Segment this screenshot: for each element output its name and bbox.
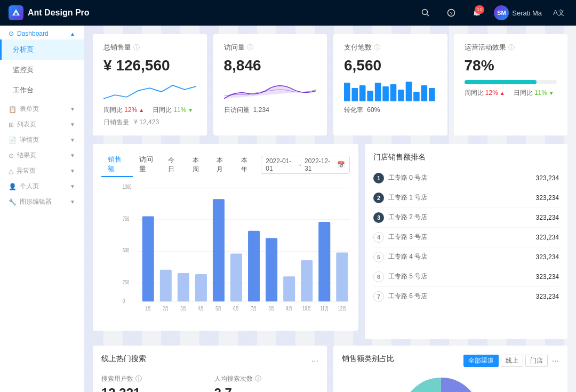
svg-rect-28 (142, 216, 154, 301)
search-button[interactable] (417, 4, 434, 21)
svg-rect-11 (382, 86, 389, 101)
svg-rect-39 (336, 252, 348, 301)
avg-count-info[interactable]: ⓘ (255, 374, 261, 383)
rank-name: 工专路 6 号店 (388, 292, 536, 301)
svg-text:250: 250 (123, 279, 129, 285)
svg-text:1月: 1月 (145, 305, 151, 311)
hot-search-header: 线上热门搜索 ··· (101, 354, 318, 368)
payments-info-icon[interactable]: ⓘ (374, 43, 380, 52)
tab-visits[interactable]: 访问量 (133, 153, 164, 177)
donut-chart: 销售额 45,734 (398, 374, 484, 392)
payments-value: 6,560 (344, 57, 437, 75)
rank-number: 7 (373, 291, 384, 302)
date-btn-today[interactable]: 今日 (164, 155, 184, 175)
rank-number: 2 (373, 193, 384, 203)
svg-rect-36 (283, 276, 295, 301)
notification-badge: 11 (475, 5, 484, 14)
sidebar-form-group[interactable]: 📋表单页 ▼ (0, 100, 84, 116)
rank-name: 工专路 1 号店 (388, 193, 536, 202)
sidebar-graph-group[interactable]: 🔧图形编辑器 ▼ (0, 193, 84, 209)
search-stats-row: 搜索用户数 ⓘ 12,321 17.1 (101, 374, 318, 392)
svg-rect-10 (375, 83, 381, 101)
svg-text:10月: 10月 (302, 305, 310, 311)
stat-card-visits: 访问量 ⓘ 8,846 日访问量 1,234 (213, 34, 327, 135)
svg-rect-17 (429, 88, 435, 101)
sidebar-result-group[interactable]: ⊙结果页 ▼ (0, 147, 84, 162)
chart-tabs: 销售额 访问量 (101, 153, 164, 177)
avatar: SM (494, 5, 509, 20)
stat-card-payments: 支付笔数 ⓘ 6,560 (333, 34, 447, 135)
sidebar-item-analysis[interactable]: 分析页 (0, 39, 84, 60)
svg-text:7月: 7月 (251, 305, 257, 311)
rank-name: 工专路 4 号店 (388, 252, 536, 261)
sales-sparkline (103, 80, 196, 101)
svg-rect-16 (421, 85, 428, 101)
sidebar-list-group[interactable]: ⊞列表页 ▼ (0, 116, 84, 131)
visits-value: 8,846 (224, 57, 317, 75)
svg-text:0: 0 (123, 298, 125, 305)
bar-chart-section: 销售额 访问量 今日 本周 本月 本年 2022-01-01 → 2022-12… (93, 144, 358, 331)
sidebar-item-workbench[interactable]: 工作台 (0, 80, 84, 100)
sidebar-exception-group[interactable]: △异常页 ▼ (0, 162, 84, 178)
language-button[interactable]: A文 (550, 4, 567, 21)
svg-text:6月: 6月 (233, 305, 239, 311)
svg-rect-14 (406, 82, 412, 101)
charts-row: 销售额 访问量 今日 本周 本月 本年 2022-01-01 → 2022-12… (93, 144, 567, 339)
sales-info-icon[interactable]: ⓘ (133, 43, 140, 52)
tab-sales[interactable]: 销售额 (101, 153, 133, 177)
svg-text:750: 750 (123, 215, 129, 222)
user-count-stat: 搜索用户数 ⓘ 12,321 17.1 (101, 374, 206, 392)
stat-card-operations: 运营活动效果 ⓘ 78% 周同比 12% 日同比 11% (454, 34, 568, 135)
svg-text:8月: 8月 (268, 305, 274, 311)
rank-name: 工专路 0 号店 (388, 173, 536, 182)
operations-info-icon[interactable]: ⓘ (508, 43, 515, 52)
date-btn-week[interactable]: 本周 (188, 155, 209, 175)
date-btn-month[interactable]: 本月 (212, 155, 233, 175)
rank-name: 工专路 2 号店 (388, 213, 536, 222)
rank-row: 2 工专路 1 号店 323,234 (373, 188, 559, 208)
svg-rect-35 (266, 238, 277, 301)
donut-more[interactable]: ··· (552, 356, 559, 366)
sidebar: ⊙ Dashboard ▲ 分析页 监控页 工作台 📋表单页 ▼ ⊞列表页 ▼ (0, 26, 84, 392)
logo-area: Ant Design Pro (9, 5, 93, 20)
payments-label: 支付笔数 ⓘ (344, 43, 437, 52)
user-menu[interactable]: SM Serati Ma (494, 5, 542, 20)
bottom-row: 线上热门搜索 ··· 搜索用户数 ⓘ 12,321 17.1 (93, 346, 567, 392)
rank-row: 7 工专路 6 号店 323,234 (373, 287, 559, 306)
collapse-icon: ▲ (70, 31, 75, 37)
svg-text:5月: 5月 (215, 305, 221, 311)
visits-footer: 日访问量 1,234 (224, 106, 317, 115)
svg-text:4月: 4月 (198, 305, 204, 311)
date-range-picker[interactable]: 2022-01-01 → 2022-12-31 📅 (261, 156, 350, 174)
filter-store[interactable]: 门店 (525, 355, 548, 367)
svg-text:12月: 12月 (338, 305, 346, 311)
question-button[interactable]: ? (443, 4, 460, 21)
sidebar-detail-group[interactable]: 📄详情页 ▼ (0, 131, 84, 147)
svg-text:11月: 11月 (321, 305, 329, 311)
sales-value: ¥ 126,560 (103, 57, 196, 75)
rank-number: 6 (373, 271, 384, 282)
svg-text:9月: 9月 (286, 305, 292, 311)
rank-value: 323,234 (536, 234, 559, 241)
rank-name: 工专路 3 号店 (388, 233, 536, 242)
svg-rect-7 (351, 88, 358, 101)
svg-rect-9 (367, 91, 373, 101)
stats-row: 总销售量 ⓘ ¥ 126,560 周同比 12% 日同比 11% 日销售量 ¥ … (93, 34, 567, 135)
filter-online[interactable]: 线上 (501, 355, 523, 367)
sidebar-profile-group[interactable]: 👤个人页 ▼ (0, 178, 84, 193)
avg-count-value: 2.7 (214, 386, 232, 392)
notification-button[interactable]: 11 (468, 4, 485, 21)
donut-section-header: 销售额类别占比 全部渠道 线上 门店 ··· (342, 354, 559, 368)
svg-rect-31 (195, 274, 207, 301)
sidebar-dashboard-group[interactable]: ⊙ Dashboard ▲ (0, 26, 84, 39)
rank-value: 323,234 (536, 174, 559, 182)
filter-all[interactable]: 全部渠道 (463, 355, 499, 367)
logo-icon (9, 5, 23, 20)
user-count-info[interactable]: ⓘ (135, 374, 142, 383)
hot-search-more[interactable]: ··· (311, 356, 318, 366)
sidebar-item-monitor[interactable]: 监控页 (0, 60, 84, 80)
svg-text:2月: 2月 (163, 305, 169, 311)
visits-info-icon[interactable]: ⓘ (247, 43, 253, 52)
rank-number: 4 (373, 232, 384, 243)
date-btn-year[interactable]: 本年 (237, 155, 257, 175)
